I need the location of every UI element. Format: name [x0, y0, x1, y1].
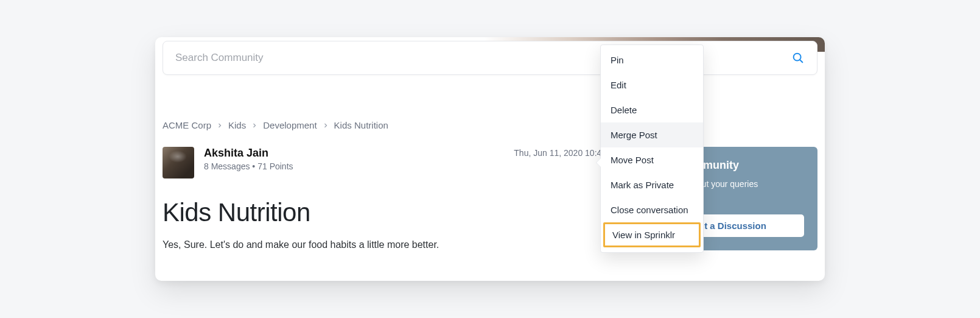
post-area: Akshita Jain 8 Messages • 71 Points Thu,… [163, 147, 642, 250]
community-card: ACME Corp Kids Development Kids Nutritio… [155, 37, 825, 281]
post-actions-menu: Pin Edit Delete Merge Post Move Post Mar… [600, 44, 704, 253]
breadcrumb-item[interactable]: Kids [228, 120, 246, 130]
chevron-right-icon [251, 122, 258, 129]
search-icon[interactable] [791, 51, 805, 65]
chevron-right-icon [216, 122, 223, 129]
breadcrumb-item[interactable]: Kids Nutrition [334, 120, 388, 130]
breadcrumb-item[interactable]: Development [263, 120, 317, 130]
menu-item-mark-private[interactable]: Mark as Private [601, 172, 703, 197]
author-name[interactable]: Akshita Jain [204, 147, 293, 160]
menu-item-close-conversation[interactable]: Close conversation [601, 197, 703, 222]
svg-line-1 [800, 60, 802, 62]
menu-item-view-in-sprinklr[interactable]: View in Sprinklr [603, 222, 701, 247]
author-meta: 8 Messages • 71 Points [204, 161, 293, 171]
post-title: Kids Nutrition [163, 198, 642, 227]
chevron-right-icon [322, 122, 329, 129]
menu-pointer-icon [597, 158, 601, 167]
breadcrumb-item[interactable]: ACME Corp [163, 120, 211, 130]
menu-item-move-post[interactable]: Move Post [601, 147, 703, 172]
menu-item-pin[interactable]: Pin [601, 48, 703, 72]
menu-item-merge-post[interactable]: Merge Post [601, 122, 703, 147]
author-info: Akshita Jain 8 Messages • 71 Points [204, 147, 293, 171]
menu-item-delete[interactable]: Delete [601, 97, 703, 122]
post-body: Yes, Sure. Let's do and make our food ha… [163, 239, 642, 250]
breadcrumb: ACME Corp Kids Development Kids Nutritio… [163, 120, 388, 130]
menu-item-edit[interactable]: Edit [601, 72, 703, 97]
author-row: Akshita Jain 8 Messages • 71 Points Thu,… [163, 147, 642, 178]
search-bar[interactable] [163, 41, 817, 75]
avatar[interactable] [163, 147, 194, 178]
